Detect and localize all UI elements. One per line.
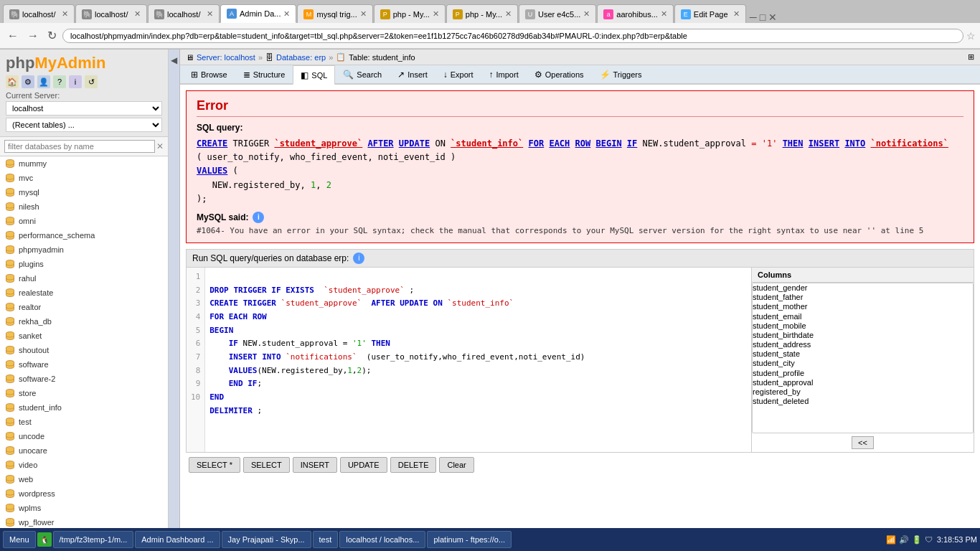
url-bar[interactable] bbox=[62, 29, 963, 43]
db-item[interactable]: store bbox=[0, 386, 168, 400]
db-item[interactable]: phpmyadmin bbox=[0, 242, 168, 257]
taskbar-item-admin[interactable]: Admin Dashboard ... bbox=[135, 531, 220, 548]
db-item[interactable]: plugins bbox=[0, 257, 168, 271]
select-button[interactable]: SELECT bbox=[243, 457, 290, 473]
columns-list[interactable]: student_genderstudent_fatherstudent_moth… bbox=[752, 283, 974, 433]
tab-import[interactable]: ↑ Import bbox=[481, 65, 527, 83]
tab-7[interactable]: P php - My... ✕ bbox=[446, 4, 518, 23]
tab-2[interactable]: 🐘 localhost/ ✕ bbox=[75, 4, 147, 23]
filter-clear-button[interactable]: ✕ bbox=[156, 141, 164, 151]
tab-operations[interactable]: ⚙ Operations bbox=[527, 65, 592, 83]
taskbar-item-tmp[interactable]: /tmp/fz3temp-1/m... bbox=[53, 531, 134, 548]
reload-button[interactable]: ↻ bbox=[44, 27, 60, 44]
delete-button[interactable]: DELETE bbox=[390, 457, 437, 473]
back-button[interactable]: ← bbox=[4, 28, 22, 44]
tab-4[interactable]: A Admin Da... ✕ bbox=[220, 4, 296, 23]
tab-close-7[interactable]: ✕ bbox=[505, 9, 512, 19]
tab-title-7: php - My... bbox=[466, 10, 502, 19]
db-item[interactable]: shoutout bbox=[0, 343, 168, 357]
tab-triggers[interactable]: ⚡ Triggers bbox=[592, 65, 650, 83]
tab-10[interactable]: E Edit Page ✕ bbox=[674, 4, 746, 23]
info-icon2[interactable]: i bbox=[69, 75, 82, 88]
tab-browse[interactable]: ⊞ Browse bbox=[183, 65, 235, 83]
sidebar-toggle[interactable]: ◀ bbox=[169, 50, 180, 529]
tab-close-8[interactable]: ✕ bbox=[583, 9, 590, 19]
tab-close-1[interactable]: ✕ bbox=[62, 9, 68, 19]
tab-5[interactable]: M mysql trig... ✕ bbox=[297, 4, 372, 23]
refresh-icon[interactable]: ↺ bbox=[85, 75, 98, 88]
db-item[interactable]: mysql bbox=[0, 185, 168, 199]
run-sql-info-icon[interactable]: i bbox=[353, 253, 364, 264]
tab-close-2[interactable]: ✕ bbox=[134, 9, 141, 19]
db-item[interactable]: web bbox=[0, 472, 168, 486]
db-item[interactable]: performance_schema bbox=[0, 228, 168, 242]
db-item[interactable]: omni bbox=[0, 214, 168, 228]
db-item[interactable]: wp_flower bbox=[0, 515, 168, 529]
tab-close-6[interactable]: ✕ bbox=[433, 9, 439, 19]
window-minimize[interactable]: ─ bbox=[750, 11, 757, 23]
tab-export[interactable]: ↓ Export bbox=[435, 65, 481, 83]
db-item[interactable]: wplms bbox=[0, 501, 168, 515]
db-item[interactable]: mvc bbox=[0, 171, 168, 185]
tab-1[interactable]: 🐘 localhost/ ✕ bbox=[3, 4, 75, 23]
sql-editor[interactable]: DROP TRIGGER IF EXISTS `student_approve`… bbox=[205, 268, 751, 452]
tab-close-9[interactable]: ✕ bbox=[661, 9, 667, 19]
db-item[interactable]: realtor bbox=[0, 300, 168, 314]
mysql-info-icon[interactable]: i bbox=[253, 212, 264, 223]
columns-nav-button[interactable]: << bbox=[852, 436, 874, 449]
update-button[interactable]: UPDATE bbox=[340, 457, 387, 473]
taskbar-item-ftp[interactable]: platinum - ftpes://o... bbox=[427, 531, 512, 548]
window-close[interactable]: ✕ bbox=[768, 11, 777, 23]
db-item[interactable]: software bbox=[0, 357, 168, 372]
tab-structure[interactable]: ≣ Structure bbox=[235, 65, 293, 83]
question-icon[interactable]: ? bbox=[53, 75, 66, 88]
db-item[interactable]: unocare bbox=[0, 443, 168, 458]
db-item[interactable]: student_info bbox=[0, 400, 168, 415]
tab-close-10[interactable]: ✕ bbox=[733, 9, 740, 19]
db-item[interactable]: rahul bbox=[0, 271, 168, 286]
db-item[interactable]: uncode bbox=[0, 429, 168, 443]
breadcrumb-db[interactable]: Database: erp bbox=[276, 53, 326, 62]
db-item[interactable]: sanket bbox=[0, 329, 168, 343]
settings-icon[interactable]: ⚙ bbox=[22, 75, 34, 88]
forward-button[interactable]: → bbox=[24, 28, 42, 44]
tab-3[interactable]: 🐘 localhost/ ✕ bbox=[148, 4, 220, 23]
db-item[interactable]: nilesh bbox=[0, 199, 168, 214]
tab-sql[interactable]: ◧ SQL bbox=[293, 65, 335, 85]
db-item[interactable]: video bbox=[0, 458, 168, 472]
user-icon[interactable]: 👤 bbox=[37, 75, 50, 88]
error-message: #1064- You have an error in your SQL syn… bbox=[197, 226, 963, 235]
taskbar-item-localhost[interactable]: localhost / localhos... bbox=[339, 531, 425, 548]
tab-insert[interactable]: ↗ Insert bbox=[390, 65, 435, 83]
server-select[interactable]: localhost bbox=[6, 101, 162, 116]
taskbar-item-skype[interactable]: Jay Prajapati - Skyp... bbox=[222, 531, 311, 548]
tab-title-6: php - My... bbox=[393, 10, 430, 19]
search-tab-icon: 🔍 bbox=[343, 70, 354, 80]
taskbar-menu-button[interactable]: Menu bbox=[3, 531, 36, 548]
window-maximize[interactable]: □ bbox=[760, 11, 765, 23]
db-item[interactable]: realestate bbox=[0, 286, 168, 300]
db-item[interactable]: rekha_db bbox=[0, 314, 168, 329]
db-item[interactable]: software-2 bbox=[0, 372, 168, 386]
insert-button[interactable]: INSERT bbox=[293, 457, 337, 473]
tab-search[interactable]: 🔍 Search bbox=[335, 65, 390, 83]
db-item[interactable]: mummy bbox=[0, 156, 168, 171]
db-item[interactable]: test bbox=[0, 415, 168, 429]
bookmark-icon[interactable]: ☆ bbox=[966, 30, 976, 42]
tab-close-3[interactable]: ✕ bbox=[207, 9, 213, 19]
tab-close-5[interactable]: ✕ bbox=[360, 9, 367, 19]
tab-close-4[interactable]: ✕ bbox=[283, 9, 290, 19]
recent-tables-select[interactable]: (Recent tables) ... bbox=[6, 118, 162, 132]
select-star-button[interactable]: SELECT * bbox=[189, 457, 240, 473]
taskbar-item-test[interactable]: test bbox=[313, 531, 339, 548]
clear-button[interactable]: Clear bbox=[439, 457, 473, 473]
home-icon[interactable]: 🏠 bbox=[6, 75, 19, 88]
tab-9[interactable]: a aarohibus... ✕ bbox=[597, 4, 673, 23]
db-name: web bbox=[19, 475, 33, 484]
breadcrumb-server[interactable]: Server: localhost bbox=[197, 53, 255, 62]
breadcrumb-expand[interactable]: ⊞ bbox=[968, 52, 974, 62]
filter-input[interactable] bbox=[4, 140, 155, 153]
db-item[interactable]: wordpress bbox=[0, 486, 168, 501]
tab-6[interactable]: P php - My... ✕ bbox=[374, 4, 446, 23]
tab-8[interactable]: U User e4c5... ✕ bbox=[519, 4, 596, 23]
